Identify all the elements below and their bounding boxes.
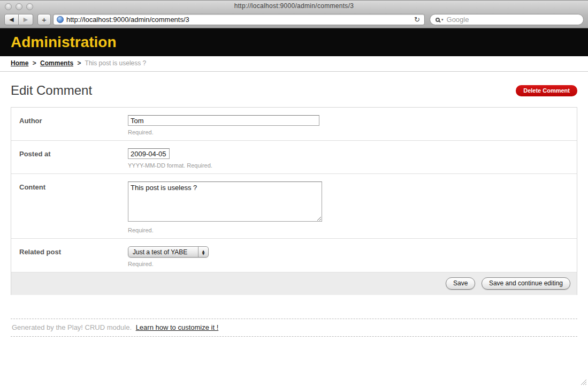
window-controls (5, 3, 33, 10)
browser-window: http://localhost:9000/admin/comments/3 ◀… (0, 0, 588, 386)
edit-comment-form: Author Required. Posted at YYYY-MM-DD fo… (11, 107, 577, 295)
back-icon: ◀ (9, 16, 13, 23)
minimize-window-button[interactable] (16, 3, 22, 10)
breadcrumb-separator: > (77, 59, 81, 67)
close-window-button[interactable] (5, 3, 12, 10)
forward-icon: ▶ (24, 16, 28, 23)
breadcrumb-comments-link[interactable]: Comments (40, 59, 73, 67)
related-post-select[interactable]: Just a test of YABE ▲ ▼ (128, 246, 209, 258)
delete-comment-button[interactable]: Delete Comment (516, 85, 577, 96)
back-button[interactable]: ◀ (4, 14, 19, 25)
related-post-hint: Required. (128, 261, 569, 267)
breadcrumb-home-link[interactable]: Home (11, 59, 28, 67)
content-control: This post is useless ? Required. (128, 181, 569, 233)
content-textarea[interactable]: This post is useless ? (128, 181, 322, 222)
customize-link[interactable]: Learn how to customize it ! (136, 323, 219, 331)
footer-text: Generated by the Play! CRUD module. (12, 323, 132, 331)
app-title: Administration (11, 34, 117, 51)
footer: Generated by the Play! CRUD module. Lear… (11, 319, 577, 337)
author-hint: Required. (128, 129, 569, 135)
globe-icon (57, 16, 64, 23)
reload-icon[interactable]: ↻ (413, 16, 421, 24)
related-post-label: Related post (19, 246, 128, 267)
author-label: Author (19, 115, 128, 135)
field-row-related-post: Related post Just a test of YABE ▲ ▼ Req… (11, 239, 577, 273)
stepper-down-icon: ▼ (202, 252, 205, 255)
author-input[interactable] (128, 115, 319, 126)
search-field[interactable]: ▾ (430, 14, 584, 25)
page-header: Edit Comment Delete Comment (11, 83, 577, 98)
author-control: Required. (128, 115, 569, 135)
posted-at-hint: YYYY-MM-DD format. Required. (128, 162, 569, 169)
select-stepper-icon: ▲ ▼ (198, 247, 208, 257)
new-tab-button[interactable]: + (37, 14, 51, 25)
zoom-window-button[interactable] (26, 3, 33, 10)
related-post-control: Just a test of YABE ▲ ▼ Required. (128, 246, 569, 267)
search-options-caret-icon[interactable]: ▾ (441, 18, 444, 22)
field-row-posted-at: Posted at YYYY-MM-DD format. Required. (11, 141, 577, 174)
posted-at-label: Posted at (19, 148, 128, 169)
plus-icon: + (42, 15, 47, 24)
breadcrumb: Home > Comments > This post is useless ? (0, 56, 588, 72)
window-title: http://localhost:9000/admin/comments/3 (0, 1, 588, 11)
related-post-selected-value: Just a test of YABE (128, 248, 198, 256)
search-icon (436, 18, 440, 22)
search-input[interactable] (447, 16, 578, 24)
forward-button[interactable]: ▶ (19, 14, 33, 25)
save-and-continue-button[interactable]: Save and continue editing (482, 277, 570, 290)
posted-at-control: YYYY-MM-DD format. Required. (128, 148, 569, 169)
nav-buttons: ◀ ▶ (4, 14, 33, 25)
browser-toolbar: ◀ ▶ + ↻ ▾ (0, 11, 588, 28)
breadcrumb-current: This post is useless ? (85, 59, 147, 67)
title-bar[interactable]: http://localhost:9000/admin/comments/3 (0, 1, 588, 11)
address-bar[interactable]: ↻ (53, 14, 425, 25)
url-input[interactable] (66, 16, 413, 24)
admin-header: Administration (0, 28, 588, 56)
form-actions: Save Save and continue editing (11, 273, 577, 295)
page-title: Edit Comment (11, 83, 92, 98)
breadcrumb-separator: > (33, 59, 36, 67)
field-row-content: Content This post is useless ? Required. (11, 174, 577, 239)
content-hint: Required. (128, 227, 569, 233)
resize-grip-icon[interactable] (579, 377, 586, 384)
browser-chrome: http://localhost:9000/admin/comments/3 ◀… (0, 0, 588, 28)
content-label: Content (19, 181, 128, 233)
field-row-author: Author Required. (11, 108, 577, 141)
save-button[interactable]: Save (446, 277, 475, 290)
posted-at-input[interactable] (128, 148, 170, 159)
main-content: Edit Comment Delete Comment Author Requi… (0, 83, 588, 337)
